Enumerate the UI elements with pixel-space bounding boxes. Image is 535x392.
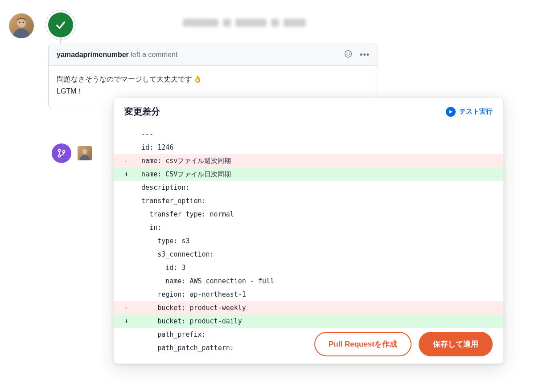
diff-sign: + xyxy=(124,167,133,181)
git-branch-icon xyxy=(52,143,71,163)
run-test-label: テスト実行 xyxy=(459,107,493,116)
diff-sign: - xyxy=(124,301,133,314)
comment-author-line: yamadaprimenumber left a comment xyxy=(57,51,177,59)
svg-point-10 xyxy=(82,149,87,154)
diff-panel: 変更差分 テスト実行 --- id: 1246- name: csvファイル週次… xyxy=(113,97,504,364)
diff-sign xyxy=(124,274,133,288)
more-menu-icon[interactable]: ••• xyxy=(360,50,370,60)
diff-text: transfer_type: normal xyxy=(133,208,234,221)
diff-sign xyxy=(124,288,133,301)
svg-point-5 xyxy=(347,53,348,53)
diff-line: type: s3 xyxy=(114,234,503,248)
diff-sign: - xyxy=(124,154,133,167)
comment-line-1: 問題なさそうなのでマージして大丈夫です xyxy=(57,75,192,83)
svg-point-7 xyxy=(58,149,61,151)
comment-author[interactable]: yamadaprimenumber xyxy=(57,51,129,58)
svg-point-11 xyxy=(80,155,90,160)
diff-text: id: 1246 xyxy=(133,141,173,154)
run-test-button[interactable]: テスト実行 xyxy=(446,107,493,117)
diff-sign xyxy=(124,221,133,234)
diff-line: in: xyxy=(114,221,503,234)
diff-line: transfer_option: xyxy=(114,194,503,208)
svg-point-9 xyxy=(63,151,65,153)
svg-point-4 xyxy=(345,51,352,57)
diff-line: + bucket: product-daily xyxy=(114,314,503,328)
diff-text: in: xyxy=(133,221,161,234)
diff-text: path_patch_pattern: xyxy=(133,341,234,355)
diff-sign xyxy=(124,341,133,355)
diff-sign xyxy=(124,194,133,208)
emoji-picker-icon[interactable] xyxy=(344,49,353,60)
diff-text: name: AWS connection - full xyxy=(133,274,274,288)
comment-line-2: LGTM！ xyxy=(57,85,370,97)
diff-sign xyxy=(124,141,133,154)
diff-sign xyxy=(124,208,133,221)
diff-text: transfer_option: xyxy=(133,194,206,208)
diff-line: - name: csvファイル週次同期 xyxy=(114,154,503,167)
diff-line: - bucket: product-weekly xyxy=(114,301,503,314)
save-apply-button[interactable]: 保存して適用 xyxy=(419,332,493,356)
diff-sign xyxy=(124,328,133,341)
svg-marker-12 xyxy=(449,110,453,114)
svg-point-0 xyxy=(17,19,26,28)
diff-line: transfer_type: normal xyxy=(114,208,503,221)
author-avatar[interactable] xyxy=(9,13,34,38)
diff-text: name: CSVファイル日次同期 xyxy=(133,167,231,181)
comment-header: yamadaprimenumber left a comment ••• xyxy=(49,44,378,66)
commit-author-avatar[interactable] xyxy=(78,146,92,160)
diff-line: region: ap-northeast-1 xyxy=(114,288,503,301)
obscured-text xyxy=(183,19,312,31)
diff-sign: + xyxy=(124,314,133,328)
svg-point-3 xyxy=(23,22,24,23)
diff-text: name: csvファイル週次同期 xyxy=(133,154,231,167)
diff-line: id: 3 xyxy=(114,261,503,274)
diff-text: --- xyxy=(133,127,153,141)
diff-text: id: 3 xyxy=(133,261,185,274)
diff-line: s3_connection: xyxy=(114,248,503,261)
diff-sign xyxy=(124,127,133,141)
svg-point-6 xyxy=(349,53,350,53)
diff-line: + name: CSVファイル日次同期 xyxy=(114,167,503,181)
svg-point-1 xyxy=(13,29,29,38)
diff-title: 変更差分 xyxy=(124,106,160,118)
approved-icon xyxy=(48,12,73,37)
diff-text: s3_connection: xyxy=(133,248,214,261)
diff-line: --- xyxy=(114,127,503,141)
diff-text: region: ap-northeast-1 xyxy=(133,288,246,301)
commit-event xyxy=(52,143,92,163)
svg-point-8 xyxy=(58,155,61,157)
ok-hand-emoji: 👌 xyxy=(193,73,202,85)
diff-sign xyxy=(124,181,133,194)
diff-sign xyxy=(124,234,133,248)
diff-body: --- id: 1246- name: csvファイル週次同期+ name: C… xyxy=(114,124,503,363)
diff-text: description: xyxy=(133,181,189,194)
diff-text: type: s3 xyxy=(133,234,189,248)
diff-text: bucket: product-daily xyxy=(133,314,242,328)
diff-line: name: AWS connection - full xyxy=(114,274,503,288)
diff-line: id: 1246 xyxy=(114,141,503,154)
diff-sign xyxy=(124,261,133,274)
create-pr-button[interactable]: Pull Requestを作成 xyxy=(314,332,412,356)
svg-point-2 xyxy=(19,22,21,23)
diff-text: bucket: product-weekly xyxy=(133,301,246,314)
diff-text: path_prefix: xyxy=(133,328,206,341)
comment-action: left a comment xyxy=(131,51,177,58)
diff-sign xyxy=(124,248,133,261)
diff-line: description: xyxy=(114,181,503,194)
play-icon xyxy=(446,107,456,117)
